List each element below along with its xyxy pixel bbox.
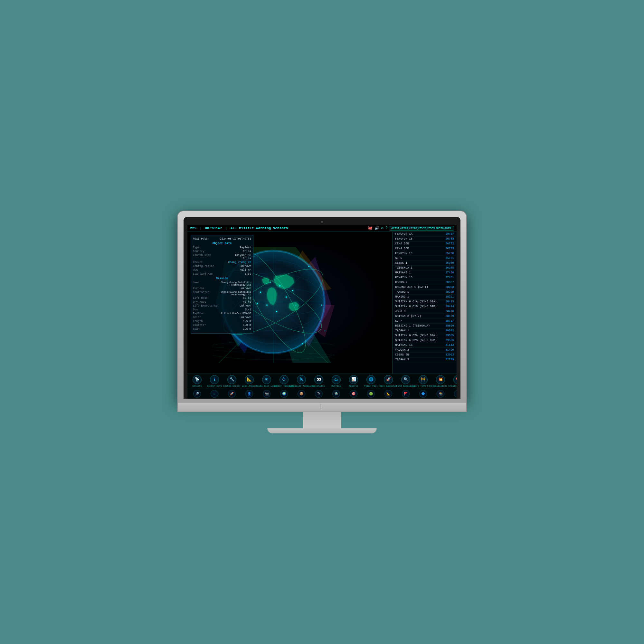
camera: [321, 221, 323, 223]
search-input[interactable]: [390, 226, 454, 231]
toolbar-secondary-button-15[interactable]: 🖥: [450, 389, 457, 398]
toolbar-icon: 🔧: [227, 375, 236, 384]
satellite-list-item[interactable]: SHIYAN 2 (SY-2)28479: [393, 314, 457, 319]
toolbar-secondary-button-11[interactable]: 📐: [380, 389, 397, 398]
satellite-list-item[interactable]: JB-3 C28470: [393, 309, 457, 314]
toolbar-secondary-icon: 🚀: [228, 390, 236, 398]
toolbar-button-watchlist[interactable]: 👀Watchlist: [310, 374, 327, 388]
toolbar-secondary-button-8[interactable]: 🛸: [328, 389, 345, 398]
toolbar-secondary-button-10[interactable]: 🟢: [363, 389, 379, 398]
satellite-list-item[interactable]: CBERS 2B32062: [393, 353, 457, 357]
toolbar-secondary-button-4[interactable]: 📷: [258, 389, 275, 398]
settings-icon[interactable]: ⚙: [381, 226, 384, 231]
toolbar-button-find-satellite[interactable]: 🔍Find Satellite: [397, 374, 414, 388]
svg-point-28: [257, 303, 258, 304]
toolbar-label: Collisions: [434, 385, 447, 387]
next-pass-row: Next Pass 2024-08-12 00:42:51: [193, 237, 251, 241]
satellite-list-item[interactable]: CZ-4 DEB20792: [393, 241, 457, 246]
toolbar-secondary-icon: 📷: [263, 390, 270, 398]
toolbar-secondary-button-7[interactable]: 🔭: [310, 389, 327, 398]
sensor-label: All Missile Warning Sensors: [231, 226, 288, 230]
volume-icon[interactable]: 🔊: [374, 226, 379, 231]
sat-name: CBERS 2B: [395, 353, 409, 356]
toolbar-secondary-button-9[interactable]: 🎯: [345, 389, 362, 398]
satellite-list-item[interactable]: FENGYUN 1B20788: [393, 237, 457, 241]
satellite-list-item[interactable]: YAOGAN 129092: [393, 328, 457, 333]
satellite-list-item[interactable]: HAIYANG 127430: [393, 270, 457, 275]
satellite-list-item[interactable]: NAXING 128221: [393, 295, 457, 299]
satellite-list-item[interactable]: YAOGAN 332289: [393, 357, 457, 362]
satellite-list-item[interactable]: SHIJIAN 6 01B (SJ-6 01B)28414: [393, 304, 457, 309]
toolbar-button-sensors[interactable]: 📡Sensors: [189, 374, 205, 388]
satellite-list-item[interactable]: CZ-4 DEB20793: [393, 246, 457, 251]
toolbar-label: Create Breakup: [449, 385, 457, 387]
satellite-list-item[interactable]: FENGYUN 1C25730: [393, 251, 457, 256]
toolbar-secondary-button-13[interactable]: 🔷: [415, 389, 431, 398]
toolbar-button-multi-site-looks[interactable]: 👁Multi-Site Looks: [258, 374, 275, 388]
toolbar-secondary-button-0[interactable]: 🔎: [189, 389, 205, 398]
toolbar-secondary-button-1[interactable]: ✏: [206, 389, 223, 398]
svg-point-26: [266, 304, 268, 306]
toolbar-button-next-launches[interactable]: 🚀Next Launches: [380, 374, 397, 388]
info-row-payload: Payload Jilin-1 GaoFen 03D-30: [193, 312, 251, 315]
toolbar-secondary-button-12[interactable]: 🚩: [397, 389, 414, 398]
github-icon[interactable]: 🐙: [368, 226, 373, 231]
info-row-span: Span 1.5 m: [193, 327, 251, 331]
satellite-list-item[interactable]: SHIJIAN 6 02A (SJ-6 02A)29505: [393, 333, 457, 338]
toolbar-button-sensor-info[interactable]: ℹSensor Info: [206, 374, 223, 388]
toolbar-button-overlay[interactable]: 🗂Overlay: [328, 374, 345, 388]
info-row-lifeexp: Life Expectancy Unknown: [193, 304, 251, 308]
toolbar-secondary-button-3[interactable]: 👤: [241, 389, 258, 398]
toolbar-button-reports[interactable]: 📊Reports: [345, 374, 362, 388]
toolbar-button-create-breakup[interactable]: 💔Create Breakup: [450, 374, 457, 388]
satellite-list-item[interactable]: TANSUO 128220: [393, 290, 457, 295]
toolbar-button-short-term-fence[interactable]: 🚧Short Term Fence: [415, 374, 431, 388]
satellite-list-item[interactable]: SJ-525731: [393, 256, 457, 261]
sat-name: TANSUO 1: [395, 290, 409, 294]
satellite-list-item[interactable]: FENGYUN 1A19467: [393, 232, 457, 237]
sat-id: 28890: [445, 324, 454, 327]
toolbar-secondary-button-14[interactable]: 📸: [432, 389, 449, 398]
satellite-list-item[interactable]: SJ-728737: [393, 319, 457, 324]
imac-bezel: 225 | 00:38:47 | All Missile Warning Sen…: [184, 217, 460, 399]
satellite-list-item[interactable]: TZINGHUA 126385: [393, 266, 457, 270]
toolbar-secondary-button-5[interactable]: 🌍: [276, 389, 292, 398]
satellite-list-item[interactable]: FENGYUN 1D27431: [393, 275, 457, 280]
svg-point-40: [254, 256, 255, 257]
toolbar-label: Watchlist: [313, 385, 325, 387]
toolbar-button-custom-sensor[interactable]: 🔧Custom Sensor: [223, 374, 240, 388]
satellite-list-item[interactable]: HAIYANG 1B31113: [393, 343, 457, 348]
help-icon[interactable]: ?: [385, 226, 388, 231]
sat-id: 28737: [445, 319, 454, 323]
toolbar-secondary-icon: ✏: [211, 390, 218, 398]
satellite-list-item[interactable]: SHIJIAN 6 02B (SJ-6 02B)29506: [393, 338, 457, 343]
mission-title: Mission: [193, 277, 251, 280]
sat-id: 27430: [445, 271, 454, 274]
satellite-list-item[interactable]: YAOGAN 231490: [393, 348, 457, 353]
toolbar-icon: 📐: [245, 375, 254, 384]
toolbar-secondary-button-2[interactable]: 🚀: [223, 389, 240, 398]
toolbar-secondary-button-6[interactable]: 📦: [293, 389, 310, 398]
sat-name: FENGYUN 1A: [395, 232, 412, 236]
toolbar-icon: 👀: [314, 375, 323, 384]
info-row-country: Country China: [193, 250, 251, 253]
satellite-list-item[interactable]: CHUANG XIN 1 (CZ-1)28058: [393, 285, 457, 290]
satellite-list-item[interactable]: SHIJIAN 6 01A (SJ-6 01A)28413: [393, 299, 457, 304]
toolbar-row-2: 🔎✏🚀👤📷🌍📦🔭🛸🎯🟢📐🚩🔷📸🖥: [187, 389, 457, 399]
svg-point-31: [296, 305, 297, 306]
svg-point-38: [302, 343, 303, 344]
toolbar-button-collisions[interactable]: 💥Collisions: [432, 374, 449, 388]
toolbar-button-satellite-timeline[interactable]: 🛰Satellite Timeline: [293, 374, 310, 388]
clock-display: 00:38:47: [205, 226, 222, 230]
toolbar-secondary-icon: 🔭: [315, 390, 323, 398]
toolbar-button-look-angles[interactable]: 📐Look Angles: [241, 374, 258, 388]
satellite-list-item[interactable]: CBERS 125940: [393, 261, 457, 266]
toolbar-icon: 🗂: [332, 375, 341, 384]
info-row-length: Length 1.5 m: [193, 320, 251, 323]
satellite-list-item[interactable]: BEIJING 1 (TSINGHUA)28890: [393, 324, 457, 328]
toolbar-icon: 💔: [453, 375, 457, 384]
sat-id: 28220: [445, 290, 454, 294]
toolbar-button-polar-plot[interactable]: 🌐Polar Plot: [363, 374, 379, 388]
satellite-list-item[interactable]: CBERS 228057: [393, 280, 457, 285]
sat-id: 29505: [445, 334, 454, 337]
